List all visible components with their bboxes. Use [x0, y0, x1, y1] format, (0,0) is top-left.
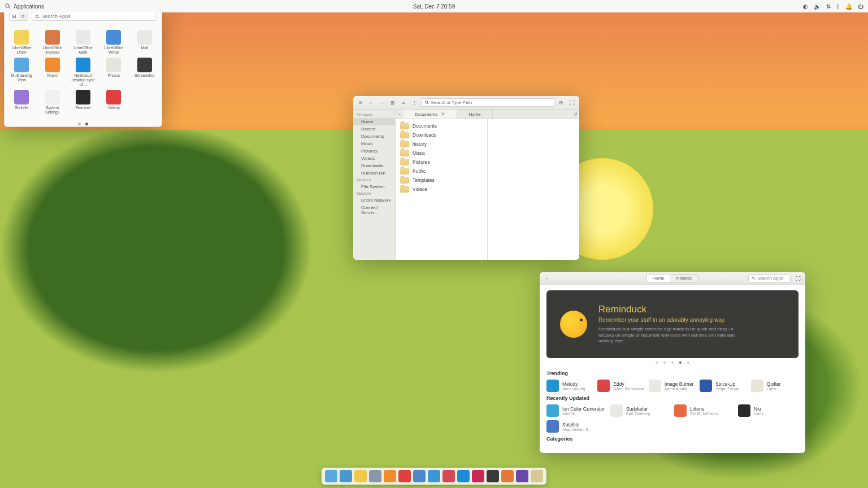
- launcher-search-input[interactable]: [42, 14, 154, 19]
- pager-dot[interactable]: [85, 123, 88, 125]
- launcher-pager[interactable]: [5, 120, 162, 127]
- list-view-button[interactable]: ≡: [19, 12, 28, 20]
- dock-item[interactable]: [428, 470, 440, 482]
- pager-dot[interactable]: [671, 361, 674, 364]
- app-card[interactable]: Image BurnerArtem Anufrij: [649, 380, 696, 392]
- folder-item[interactable]: Music: [398, 149, 485, 158]
- dock-item[interactable]: [516, 470, 528, 482]
- app-item[interactable]: LibreOffice Math: [68, 29, 98, 55]
- files-pane[interactable]: [487, 119, 579, 260]
- folder-item[interactable]: Pictures: [398, 158, 485, 167]
- bluetooth-icon[interactable]: ᛒ: [836, 3, 840, 10]
- dock-item[interactable]: [457, 470, 470, 482]
- view-list-button[interactable]: ≡: [400, 99, 407, 107]
- sidebar-item[interactable]: File System: [353, 183, 395, 190]
- refresh-button[interactable]: ⟳: [557, 99, 565, 107]
- dock-item[interactable]: [413, 470, 426, 482]
- sidebar-item[interactable]: Documents: [353, 133, 395, 140]
- app-item[interactable]: Terminal: [68, 89, 98, 115]
- clock[interactable]: Sat, Dec 7 20:59: [413, 3, 455, 10]
- network-icon[interactable]: ⇅: [826, 3, 831, 10]
- appcenter-search-input[interactable]: [758, 276, 788, 281]
- app-item[interactable]: Mail: [130, 29, 159, 55]
- system-indicators[interactable]: ◐ 🔈 ⇅ ᛒ 🔔 ⏻: [803, 3, 863, 10]
- dock-item[interactable]: [354, 470, 367, 482]
- featured-banner[interactable]: Reminduck Remember your stuff in an ador…: [546, 290, 798, 358]
- sidebar-item[interactable]: Rubbish Bin: [353, 169, 395, 177]
- app-item[interactable]: Videos: [99, 89, 128, 115]
- power-icon[interactable]: ⏻: [858, 3, 863, 10]
- view-grid-button[interactable]: ⊞: [389, 99, 397, 107]
- dock-item[interactable]: [501, 470, 514, 482]
- app-card[interactable]: MelodyArtem Anufrij: [546, 380, 594, 392]
- close-button[interactable]: ✕: [357, 99, 364, 107]
- applications-menu-button[interactable]: Applications: [5, 3, 44, 10]
- notifications-icon[interactable]: 🔔: [845, 3, 852, 10]
- app-item[interactable]: Photos: [99, 56, 128, 88]
- tab-home[interactable]: Home: [457, 110, 492, 119]
- grid-view-button[interactable]: ⊞: [10, 12, 19, 20]
- sidebar-item[interactable]: Recent: [353, 125, 395, 133]
- pager-dot[interactable]: [679, 361, 682, 364]
- sidebar-item[interactable]: Videos: [353, 155, 395, 162]
- nav-installed-button[interactable]: Installed: [670, 274, 698, 282]
- sidebar-item[interactable]: Entire Network: [353, 197, 395, 204]
- launcher-search[interactable]: [32, 12, 157, 21]
- path-bar[interactable]: [421, 98, 554, 107]
- app-card[interactable]: SatelliteAharodnikau S.: [546, 420, 607, 433]
- sidebar-item[interactable]: Connect Server...: [353, 204, 395, 216]
- tab-close-button[interactable]: ✕: [441, 111, 445, 117]
- forward-button[interactable]: →: [378, 99, 386, 107]
- app-item[interactable]: Multitasking View: [7, 56, 36, 88]
- dock-item[interactable]: [384, 470, 396, 482]
- sidebar-item[interactable]: Downloads: [353, 162, 395, 169]
- app-item[interactable]: LibreOffice Impress: [37, 29, 67, 55]
- folder-item[interactable]: Public: [398, 167, 485, 176]
- view-mode-toggle[interactable]: ⊞ ≡: [9, 12, 28, 21]
- app-item[interactable]: Screenshot: [130, 56, 159, 88]
- appcenter-search[interactable]: [748, 274, 791, 282]
- app-item[interactable]: Music: [37, 56, 67, 88]
- app-item[interactable]: LibreOffice Draw: [7, 29, 36, 55]
- sidebar-item[interactable]: Music: [353, 140, 395, 147]
- tab-documents[interactable]: Documents✕: [403, 110, 457, 119]
- back-button[interactable]: ←: [543, 274, 551, 282]
- path-input[interactable]: [431, 100, 551, 105]
- dock-item[interactable]: [531, 470, 543, 482]
- folder-item[interactable]: Templates: [398, 176, 485, 185]
- maximize-button[interactable]: ⛶: [794, 274, 802, 282]
- pager-dot[interactable]: [656, 361, 658, 364]
- app-item[interactable]: Steinille: [7, 89, 36, 115]
- app-card[interactable]: LitterisRaí B. Toffoletto: [674, 404, 735, 417]
- dock-item[interactable]: [472, 470, 484, 482]
- folder-item[interactable]: history: [398, 140, 485, 149]
- dock-item[interactable]: [442, 470, 455, 482]
- app-card[interactable]: EddyAdam Bieńkowski: [597, 380, 645, 392]
- maximize-button[interactable]: ⛶: [568, 99, 576, 107]
- app-card[interactable]: SudokularBart Zaalberg: [610, 404, 671, 417]
- night-light-icon[interactable]: ◐: [803, 3, 808, 10]
- pager-dot[interactable]: [78, 123, 81, 125]
- volume-icon[interactable]: 🔈: [814, 3, 821, 10]
- pager-dot[interactable]: [687, 361, 689, 364]
- dock-item[interactable]: [369, 470, 381, 482]
- app-card[interactable]: Ion Color GeneratorAlan M.: [546, 404, 607, 417]
- new-tab-button[interactable]: +: [396, 110, 403, 119]
- sidebar-item[interactable]: Pictures: [353, 147, 395, 155]
- dock-item[interactable]: [398, 470, 411, 482]
- view-columns-button[interactable]: ⫶: [410, 99, 418, 107]
- dock-item[interactable]: [340, 470, 352, 482]
- folder-item[interactable]: Downloads: [398, 130, 485, 140]
- dock-item[interactable]: [325, 470, 337, 482]
- app-card[interactable]: NiuLains: [738, 404, 798, 417]
- banner-pager[interactable]: [546, 358, 798, 367]
- app-item[interactable]: System Settings: [37, 89, 67, 115]
- tab-history-button[interactable]: ↺: [571, 110, 579, 119]
- dock-item[interactable]: [487, 470, 499, 482]
- app-item[interactable]: Nextcloud desktop sync cli...: [68, 56, 98, 88]
- folder-item[interactable]: Videos: [398, 185, 485, 194]
- app-card[interactable]: Spice-UpFelipe Escoto: [700, 380, 747, 392]
- pager-dot[interactable]: [663, 361, 666, 364]
- sidebar-item[interactable]: Home: [353, 118, 395, 125]
- nav-home-button[interactable]: Home: [646, 274, 670, 282]
